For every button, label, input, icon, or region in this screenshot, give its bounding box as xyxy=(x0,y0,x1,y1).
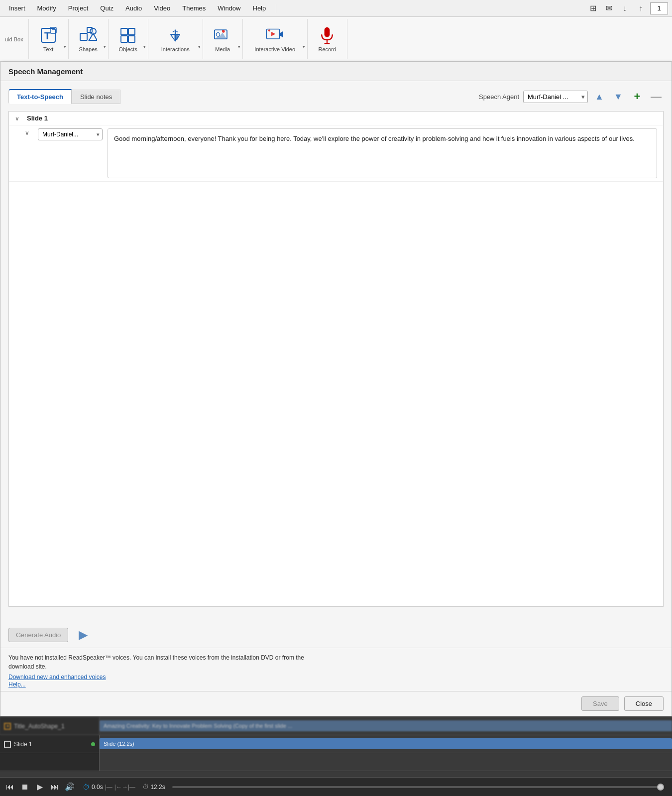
help-link[interactable]: Help... xyxy=(8,681,26,688)
tab-text-to-speech[interactable]: Text-to-Speech xyxy=(8,89,72,104)
arrow-down-icon[interactable]: ↓ xyxy=(618,2,631,15)
generate-audio-button[interactable]: Generate Audio xyxy=(8,628,68,642)
timeline-bar-label-slide1: Slide (12.2s) xyxy=(104,741,134,747)
tl-play-button[interactable]: ▶ xyxy=(34,781,46,793)
tl-time-icon: ⏱ xyxy=(83,783,90,791)
svg-point-13 xyxy=(217,32,220,36)
ribbon-interactive-video-group[interactable]: ▾ Interactive Video xyxy=(243,19,308,59)
tl-time-display: ⏱ 0.0s |— |←→|— xyxy=(83,783,135,791)
objects-label: Objects xyxy=(119,46,137,52)
timeline-label-text-title: Title_AutoShape_1 xyxy=(14,723,65,730)
interactive-video-label: Interactive Video xyxy=(254,46,295,52)
tl-skip-forward-button[interactable]: ⏭ xyxy=(49,781,61,793)
bottom-controls: Generate Audio ▶ xyxy=(0,622,672,648)
mail-icon[interactable]: ✉ xyxy=(602,2,615,15)
speech-agent-row: Speech Agent Murf-Daniel ... ▲ ▼ + — xyxy=(479,89,664,104)
play-button[interactable]: ▶ xyxy=(75,627,91,643)
download-link[interactable]: Download new and enhanced voices xyxy=(8,674,106,681)
add-button[interactable]: + xyxy=(630,89,645,104)
close-button[interactable]: Close xyxy=(624,696,664,711)
timeline-row-title-autoshape: ★ Title_AutoShape_1 Amazing Creativity: … xyxy=(0,717,672,735)
menu-help[interactable]: Help xyxy=(248,2,271,14)
svg-point-19 xyxy=(268,29,270,31)
tl-current-time: 0.0s xyxy=(92,784,103,791)
move-up-button[interactable]: ▲ xyxy=(592,89,607,104)
timeline-rows: ★ Title_AutoShape_1 Amazing Creativity: … xyxy=(0,717,672,777)
tl-stop-button[interactable]: ⏹ xyxy=(19,781,31,793)
slide-row[interactable]: ∨ Slide 1 xyxy=(9,112,663,125)
menu-modify[interactable]: Modify xyxy=(32,2,61,14)
menu-project[interactable]: Project xyxy=(63,2,93,14)
svg-rect-4 xyxy=(80,33,87,40)
ribbon-objects-group[interactable]: ▾ Objects xyxy=(109,19,148,59)
shapes-icon xyxy=(79,26,97,44)
tl-slider-thumb xyxy=(657,784,664,791)
menu-window[interactable]: Window xyxy=(213,2,245,14)
slide-item-toggle[interactable]: ∨ xyxy=(25,129,33,136)
record-label: Record xyxy=(318,46,336,52)
menu-themes[interactable]: Themes xyxy=(177,2,211,14)
svg-rect-7 xyxy=(87,27,92,32)
menu-bar: Insert Modify Project Quiz Audio Video T… xyxy=(0,0,672,17)
media-dropdown-arrow: ▾ xyxy=(238,44,240,49)
timeline-row-slide1: Slide 1 Slide (12.2s) xyxy=(0,735,672,753)
slide-agent-select[interactable]: Murf-Daniel... xyxy=(38,128,103,140)
text-dropdown-arrow: ▾ xyxy=(64,44,66,49)
square-icon xyxy=(4,741,11,748)
tab-bar-container: Text-to-Speech Slide notes Speech Agent … xyxy=(8,89,664,104)
speech-agent-select[interactable]: Murf-Daniel ... xyxy=(523,91,588,103)
media-label: Media xyxy=(215,46,230,52)
tl-slider[interactable] xyxy=(172,786,664,788)
star-icon: ★ xyxy=(4,723,11,730)
remove-button[interactable]: — xyxy=(649,89,664,104)
tl-sep2: |←→|— xyxy=(114,784,135,791)
speech-management-dialog: Speech Management Text-to-Speech Slide n… xyxy=(0,62,672,716)
ribbon-toolbar: uid Box T ▾ Text ▾ Shapes xyxy=(0,17,672,62)
notice-bar: You have not installed ReadSpeaker™ voic… xyxy=(0,648,672,691)
tab-slide-notes[interactable]: Slide notes xyxy=(72,90,120,104)
menu-divider xyxy=(276,4,276,13)
slide-item-row: ∨ Murf-Daniel... Good morning/afternoon,… xyxy=(9,125,663,182)
text-label: Text xyxy=(43,46,53,52)
timeline-controls: ⏮ ⏹ ▶ ⏭ 🔊 ⏱ 0.0s |— |←→|— ⏱ 12.2s xyxy=(0,777,672,796)
text-icon: T xyxy=(39,26,57,44)
tl-skip-back-button[interactable]: ⏮ xyxy=(4,781,16,793)
guide-box-group[interactable]: uid Box xyxy=(0,19,29,59)
ribbon-text-group[interactable]: T ▾ Text xyxy=(29,19,69,59)
menu-video[interactable]: Video xyxy=(149,2,175,14)
ribbon-shapes-group[interactable]: ▾ Shapes xyxy=(69,19,109,59)
move-down-button[interactable]: ▼ xyxy=(611,89,626,104)
timeline-track-title: Amazing Creativity: Key to Innovate Prob… xyxy=(100,717,672,735)
slide-toggle[interactable]: ∨ xyxy=(15,115,23,122)
menu-insert[interactable]: Insert xyxy=(4,2,30,14)
slide-agent-select-wrapper: Murf-Daniel... xyxy=(38,128,103,140)
timeline-empty-track-1 xyxy=(100,753,672,771)
timeline-row-label-slide1: Slide 1 xyxy=(0,735,100,753)
caption-icon[interactable]: ⊞ xyxy=(586,2,599,15)
slide-row-title: Slide 1 xyxy=(27,114,48,122)
save-button[interactable]: Save xyxy=(581,696,619,711)
svg-marker-18 xyxy=(271,32,275,36)
svg-rect-9 xyxy=(121,36,127,42)
menu-right: ⊞ ✉ ↓ ↑ 1 xyxy=(586,2,668,15)
interactions-icon xyxy=(166,26,184,44)
ribbon-record-group[interactable]: Record xyxy=(308,19,347,59)
page-number[interactable]: 1 xyxy=(650,2,668,14)
ribbon-media-group[interactable]: ▾ Media xyxy=(203,19,243,59)
main-area: Speech Management Text-to-Speech Slide n… xyxy=(0,62,672,796)
slide-list: ∨ Slide 1 ∨ Murf-Daniel... Good morning/… xyxy=(8,111,664,607)
menu-quiz[interactable]: Quiz xyxy=(95,2,118,14)
timeline-bar-title: Amazing Creativity: Key to Innovate Prob… xyxy=(100,720,672,731)
ribbon-interactions-group[interactable]: ▾ Interactions xyxy=(148,19,203,59)
speech-text-box[interactable]: Good morning/afternoon, everyone! Thank … xyxy=(108,128,657,178)
arrow-up-icon[interactable]: ↑ xyxy=(634,2,647,15)
timeline-area: ★ Title_AutoShape_1 Amazing Creativity: … xyxy=(0,716,672,796)
menu-audio[interactable]: Audio xyxy=(120,2,147,14)
interactive-video-icon xyxy=(266,26,284,44)
notice-text-line2: download site. xyxy=(8,662,664,671)
tl-volume-button[interactable]: 🔊 xyxy=(64,781,76,793)
dialog-body: Text-to-Speech Slide notes Speech Agent … xyxy=(0,81,672,622)
speech-agent-select-wrapper: Murf-Daniel ... xyxy=(523,91,588,103)
timeline-empty-label-1 xyxy=(0,753,100,771)
timeline-row-label-title: ★ Title_AutoShape_1 xyxy=(0,717,100,735)
